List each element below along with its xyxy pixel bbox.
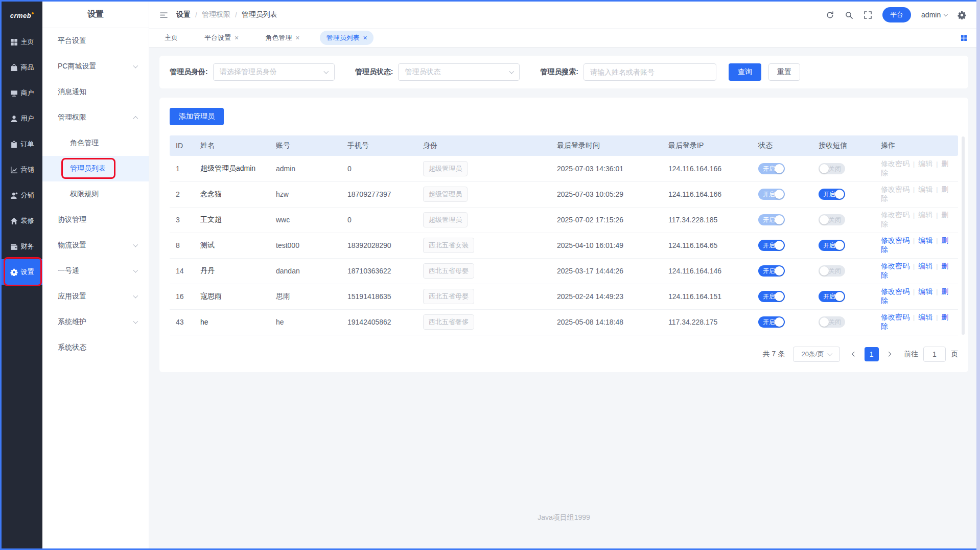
- column-header: 操作: [876, 135, 958, 156]
- sms-toggle[interactable]: 关闭: [819, 265, 845, 277]
- prev-page-button[interactable]: [852, 351, 857, 356]
- tabs-bar: 主页 平台设置 × 角色管理 × 管理员列表 ×: [149, 28, 976, 48]
- status-select[interactable]: 管理员状态: [398, 63, 520, 81]
- cell-role: 西北五省女装: [418, 233, 552, 258]
- op-change-password[interactable]: 修改密码: [881, 236, 909, 244]
- op-edit[interactable]: 编辑: [918, 236, 932, 244]
- sidebar-item-merchant[interactable]: 商户: [2, 80, 42, 106]
- sidebar-item-marketing[interactable]: 营销: [2, 157, 42, 182]
- status-toggle[interactable]: 开启: [758, 265, 785, 277]
- submenu-item-pc-mall-settings[interactable]: PC商城设置: [42, 54, 149, 79]
- cell-operations: 修改密码编辑删除: [876, 181, 958, 207]
- column-header: 接收短信: [813, 135, 876, 156]
- window-scrollbar[interactable]: [976, 0, 980, 550]
- submenu-item-system-maintain[interactable]: 系统维护: [42, 309, 149, 335]
- topbar-actions: 平台 admin: [826, 7, 966, 22]
- close-icon[interactable]: ×: [235, 34, 239, 41]
- submenu-item-permission-rules[interactable]: 权限规则: [42, 181, 149, 207]
- grid-view-icon[interactable]: [961, 35, 967, 41]
- sms-toggle[interactable]: 开启: [819, 240, 845, 251]
- status-toggle[interactable]: 开启: [758, 291, 785, 302]
- cell-ip: 124.116.164.166: [663, 156, 753, 181]
- cell-account: hzw: [271, 181, 342, 207]
- identity-select[interactable]: 请选择管理员身份: [213, 63, 335, 81]
- status-toggle[interactable]: 开启: [758, 316, 785, 328]
- fullscreen-icon[interactable]: [864, 11, 872, 19]
- cell-operations: 修改密码编辑删除: [876, 156, 958, 181]
- cell-status: 开启: [753, 309, 813, 335]
- sidebar-item-home[interactable]: 主页: [2, 29, 42, 55]
- logo: crmeb: [2, 2, 42, 29]
- submenu-item-logistics-settings[interactable]: 物流设置: [42, 233, 149, 258]
- search-icon[interactable]: [845, 11, 853, 19]
- op-change-password[interactable]: 修改密码: [881, 287, 909, 295]
- page-size-select[interactable]: 20条/页: [793, 347, 840, 362]
- breadcrumb-item[interactable]: 管理权限: [202, 10, 230, 19]
- sidebar-item-distribution[interactable]: 分销: [2, 182, 42, 208]
- sms-toggle[interactable]: 开启: [819, 291, 845, 302]
- sidebar-item-user[interactable]: 用户: [2, 106, 42, 131]
- tab-平台设置[interactable]: 平台设置 ×: [198, 31, 245, 45]
- cell-name: 超级管理员admin: [195, 156, 271, 181]
- add-admin-button[interactable]: 添加管理员: [170, 108, 224, 125]
- sms-toggle[interactable]: 关闭: [819, 316, 845, 328]
- breadcrumb-item[interactable]: 设置: [176, 10, 191, 19]
- platform-badge[interactable]: 平台: [882, 7, 911, 22]
- status-toggle: 开启: [758, 214, 785, 225]
- sms-toggle[interactable]: 关闭: [819, 214, 845, 225]
- op-edit[interactable]: 编辑: [918, 287, 932, 295]
- cell-account: admin: [271, 156, 342, 181]
- user-menu[interactable]: admin: [921, 11, 947, 19]
- sidebar-item-settings[interactable]: 设置: [2, 259, 42, 285]
- submenu-item-admin-list[interactable]: 管理员列表: [42, 156, 149, 181]
- cell-role: 西北五省母婴: [418, 258, 552, 284]
- breadcrumb-separator: /: [235, 11, 237, 19]
- user-icon: [10, 115, 18, 123]
- table-scrollbar[interactable]: [962, 136, 965, 335]
- refresh-icon[interactable]: [826, 11, 834, 19]
- status-toggle[interactable]: 开启: [758, 240, 785, 251]
- tab-管理员列表[interactable]: 管理员列表 ×: [320, 31, 373, 45]
- next-page-button[interactable]: [886, 351, 891, 356]
- tab-主页[interactable]: 主页: [158, 31, 184, 45]
- submenu-item-role-manage[interactable]: 角色管理: [42, 130, 149, 156]
- search-input[interactable]: [584, 63, 716, 81]
- sidebar-item-finance[interactable]: 财务: [2, 234, 42, 259]
- op-change-password[interactable]: 修改密码: [881, 262, 909, 270]
- tab-角色管理[interactable]: 角色管理 ×: [259, 31, 306, 45]
- gear-icon[interactable]: [958, 11, 966, 19]
- sms-toggle[interactable]: 开启: [819, 189, 845, 200]
- current-page-button[interactable]: 1: [865, 347, 879, 361]
- chevron-down-icon: [133, 268, 138, 272]
- cell-ip: 124.116.164.146: [663, 258, 753, 284]
- sms-toggle[interactable]: 关闭: [819, 163, 845, 174]
- chevron-down-icon: [133, 293, 138, 298]
- submenu-item-platform-settings[interactable]: 平台设置: [42, 28, 149, 54]
- sidebar-item-order[interactable]: 订单: [2, 131, 42, 157]
- reset-button[interactable]: 重置: [768, 63, 800, 81]
- close-icon[interactable]: ×: [295, 34, 299, 41]
- total-count: 共 7 条: [763, 350, 785, 359]
- op-edit[interactable]: 编辑: [918, 262, 932, 270]
- submenu-item-protocol-manage[interactable]: 协议管理: [42, 207, 149, 233]
- submenu-item-admin-permission[interactable]: 管理权限: [42, 105, 149, 130]
- close-icon[interactable]: ×: [363, 34, 367, 41]
- sidebar-item-goods[interactable]: 商品: [2, 55, 42, 80]
- cell-operations: 修改密码编辑删除: [876, 309, 958, 335]
- submenu-item-system-status[interactable]: 系统状态: [42, 335, 149, 360]
- dashboard-icon: [10, 38, 18, 46]
- table-row: 43 he he 19142405862 西北五省奢侈 2025-05-08 1…: [170, 309, 958, 335]
- op-edit: 编辑: [918, 159, 932, 168]
- op-change-password[interactable]: 修改密码: [881, 313, 909, 321]
- chevron-down-icon: [324, 69, 329, 74]
- submenu-item-message-notice[interactable]: 消息通知: [42, 79, 149, 105]
- submenu-item-yihaotong[interactable]: 一号通: [42, 258, 149, 284]
- goto-page-input[interactable]: [923, 347, 946, 362]
- cell-status: 开启: [753, 156, 813, 181]
- cell-operations: 修改密码编辑删除: [876, 284, 958, 309]
- collapse-menu-icon[interactable]: [159, 11, 168, 19]
- op-edit[interactable]: 编辑: [918, 313, 932, 321]
- query-button[interactable]: 查询: [729, 63, 761, 81]
- sidebar-item-decoration[interactable]: 装修: [2, 208, 42, 234]
- submenu-item-app-settings[interactable]: 应用设置: [42, 284, 149, 309]
